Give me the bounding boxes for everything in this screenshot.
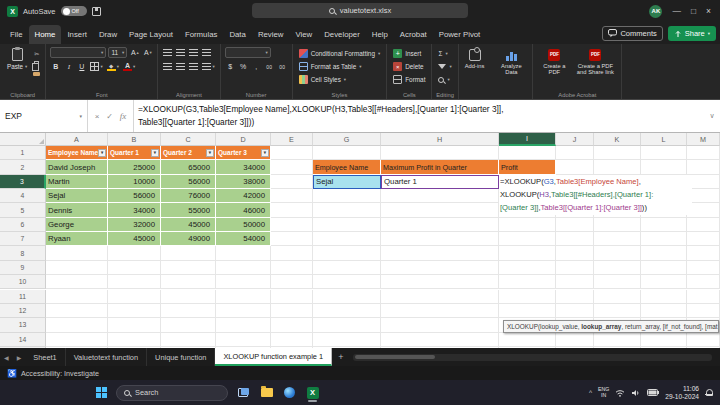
fill-color-button[interactable]: ◆▾ (106, 61, 120, 72)
underline-button[interactable]: U (76, 61, 87, 72)
cell-J11[interactable] (556, 290, 594, 304)
cell-M7[interactable] (687, 232, 720, 246)
sort-filter-button[interactable]: ▾ (436, 60, 453, 73)
excel-taskbar-icon[interactable]: X (305, 384, 320, 401)
language-indicator[interactable]: ENG IN (598, 387, 609, 399)
cell-M9[interactable] (687, 261, 720, 275)
conditional-formatting-button[interactable]: Conditional Formatting▾ (297, 47, 383, 60)
comments-button[interactable]: Comments (602, 26, 662, 41)
cell-C7[interactable]: 49000 (161, 232, 216, 246)
ribbon-tab-insert[interactable]: Insert (61, 25, 93, 44)
cell-I8[interactable] (499, 246, 556, 260)
ribbon-tab-power-pivot[interactable]: Power Pivot (433, 25, 487, 44)
sheet-tab-xlookup-function-example-1[interactable]: XLOOKUP function example 1 (215, 348, 332, 366)
cell-E2[interactable] (271, 160, 313, 174)
ribbon-tab-view[interactable]: View (289, 25, 318, 44)
cell-L8[interactable] (641, 246, 687, 260)
increase-decimal-icon[interactable]: 00 (264, 61, 275, 72)
cell-K8[interactable] (594, 246, 641, 260)
cell-H13[interactable] (381, 318, 499, 332)
cell-L11[interactable] (641, 290, 687, 304)
file-explorer-icon[interactable] (259, 384, 274, 401)
cell-G10[interactable] (313, 275, 381, 289)
ribbon-tab-data[interactable]: Data (223, 25, 251, 44)
cell-D9[interactable] (216, 261, 271, 275)
ribbon-tab-file[interactable]: File (4, 25, 29, 44)
filter-dropdown-icon[interactable]: ▾ (98, 149, 106, 157)
cell-C2[interactable]: 65000 (161, 160, 216, 174)
align-center-button[interactable] (175, 61, 186, 72)
col-header-L[interactable]: L (641, 133, 687, 146)
borders-button[interactable]: ▾ (89, 61, 103, 72)
start-button[interactable] (96, 387, 108, 399)
cell-E13[interactable] (271, 318, 313, 332)
cut-icon[interactable]: ✂ (32, 50, 41, 57)
col-header-K[interactable]: K (594, 133, 641, 146)
close-icon[interactable]: × (706, 6, 711, 16)
cell-J10[interactable] (556, 275, 594, 289)
cell-H1[interactable] (381, 146, 499, 160)
cell-C8[interactable] (161, 246, 216, 260)
cell-K9[interactable] (594, 261, 641, 275)
filter-dropdown-icon[interactable]: ▾ (261, 149, 269, 157)
insert-function-icon[interactable]: fx (120, 111, 127, 121)
cell-M1[interactable] (687, 146, 720, 160)
cell-G4[interactable] (313, 189, 381, 203)
sheet-tab-sheet1[interactable]: Sheet1 (25, 348, 65, 366)
ribbon-tab-review[interactable]: Review (252, 25, 290, 44)
addins-button[interactable]: Add-ins (463, 47, 487, 69)
col-header-C[interactable]: C (161, 133, 216, 146)
row-header-6[interactable]: 6 (0, 218, 46, 232)
cell-J9[interactable] (556, 261, 594, 275)
share-button[interactable]: Share ▾ (668, 26, 716, 41)
clock[interactable]: 11:06 29-10-2024 (665, 385, 699, 400)
cell-M11[interactable] (687, 290, 720, 304)
cell-M8[interactable] (687, 246, 720, 260)
cell-J8[interactable] (556, 246, 594, 260)
cell-L6[interactable] (641, 218, 687, 232)
titlebar-search[interactable]: valuetotext.xlsx (252, 3, 468, 18)
row-header-10[interactable]: 10 (0, 275, 46, 289)
cell-H12[interactable] (381, 304, 499, 318)
cell-A6[interactable]: George (46, 218, 108, 232)
cell-J7[interactable] (556, 232, 594, 246)
row-header-14[interactable]: 14 (0, 333, 46, 347)
row-header-12[interactable]: 12 (0, 304, 46, 318)
cell-H9[interactable] (381, 261, 499, 275)
wifi-icon[interactable] (615, 389, 625, 397)
cell-D10[interactable] (216, 275, 271, 289)
cell-H11[interactable] (381, 290, 499, 304)
cell-C12[interactable] (161, 304, 216, 318)
cell-A1[interactable]: Employee Name▾ (46, 146, 108, 160)
collapse-formula-bar-icon[interactable]: ∨ (704, 100, 720, 132)
cell-G12[interactable] (313, 304, 381, 318)
cell-E14[interactable] (271, 333, 313, 347)
cell-G9[interactable] (313, 261, 381, 275)
accounting-format-icon[interactable]: $ (225, 61, 236, 72)
cell-C9[interactable] (161, 261, 216, 275)
cell-D7[interactable]: 54000 (216, 232, 271, 246)
cell-E12[interactable] (271, 304, 313, 318)
col-header-H[interactable]: H (381, 133, 499, 146)
cell-I9[interactable] (499, 261, 556, 275)
row-header-11[interactable]: 11 (0, 290, 46, 304)
cell-I7[interactable] (499, 232, 556, 246)
cell-B8[interactable] (108, 246, 161, 260)
cell-C11[interactable] (161, 290, 216, 304)
cell-H7[interactable] (381, 232, 499, 246)
font-size-select[interactable]: 11▾ (108, 47, 127, 58)
cell-B9[interactable] (108, 261, 161, 275)
cell-A13[interactable] (46, 318, 108, 332)
cell-B14[interactable] (108, 333, 161, 347)
cell-I11[interactable] (499, 290, 556, 304)
merge-center-button[interactable]: ▾ (201, 61, 215, 72)
autosum-button[interactable]: Σ▾ (436, 47, 453, 60)
cell-E10[interactable] (271, 275, 313, 289)
cell-B12[interactable] (108, 304, 161, 318)
cell-M12[interactable] (687, 304, 720, 318)
enter-icon[interactable]: ✓ (106, 112, 113, 121)
cell-I10[interactable] (499, 275, 556, 289)
volume-icon[interactable] (631, 389, 641, 397)
cell-B11[interactable] (108, 290, 161, 304)
decrease-font-size-button[interactable]: A▾ (142, 47, 153, 58)
